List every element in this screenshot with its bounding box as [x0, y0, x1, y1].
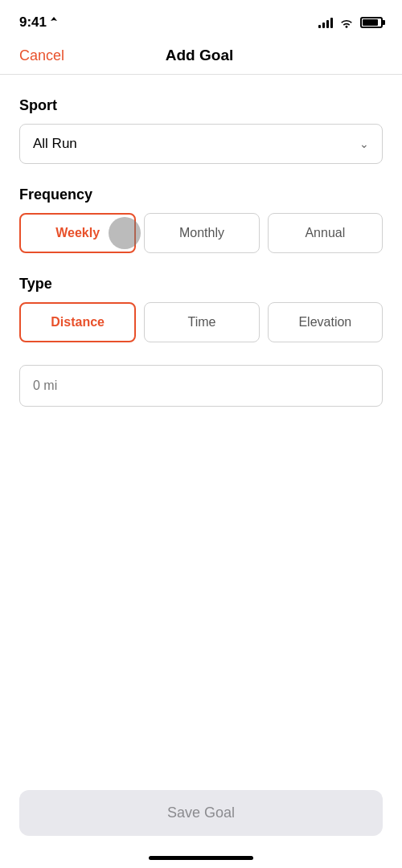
wifi-icon: [339, 17, 354, 28]
sport-dropdown-value: All Run: [33, 136, 77, 152]
battery-icon: [360, 17, 383, 28]
sport-dropdown[interactable]: All Run ⌄: [19, 124, 383, 164]
main-content: Sport All Run ⌄ Frequency Weekly Monthly…: [0, 75, 402, 429]
frequency-monthly-button[interactable]: Monthly: [144, 213, 259, 253]
save-goal-button[interactable]: Save Goal: [19, 790, 383, 836]
distance-input[interactable]: [19, 365, 383, 407]
type-section: Type Distance Time Elevation: [19, 276, 383, 407]
touch-indicator: [109, 217, 141, 249]
frequency-section: Frequency Weekly Monthly Annual: [19, 186, 383, 253]
sport-label: Sport: [19, 97, 383, 114]
frequency-weekly-button[interactable]: Weekly: [19, 213, 136, 253]
status-icons: [318, 17, 383, 28]
frequency-label: Frequency: [19, 186, 383, 203]
type-distance-button[interactable]: Distance: [19, 302, 136, 342]
status-time: 9:41: [19, 14, 58, 31]
cancel-button[interactable]: Cancel: [19, 47, 64, 64]
type-time-button[interactable]: Time: [144, 302, 259, 342]
chevron-down-icon: ⌄: [359, 137, 369, 150]
frequency-button-group: Weekly Monthly Annual: [19, 213, 383, 253]
type-label: Type: [19, 276, 383, 293]
home-indicator: [149, 856, 253, 860]
status-bar: 9:41: [0, 0, 402, 40]
signal-icon: [318, 17, 333, 28]
type-elevation-button[interactable]: Elevation: [268, 302, 383, 342]
page-title: Add Goal: [166, 47, 233, 64]
save-button-container: Save Goal: [0, 790, 402, 836]
type-button-group: Distance Time Elevation: [19, 302, 383, 342]
location-icon: [50, 17, 58, 28]
frequency-annual-button[interactable]: Annual: [268, 213, 383, 253]
sport-section: Sport All Run ⌄: [19, 97, 383, 164]
nav-bar: Cancel Add Goal: [0, 40, 402, 75]
